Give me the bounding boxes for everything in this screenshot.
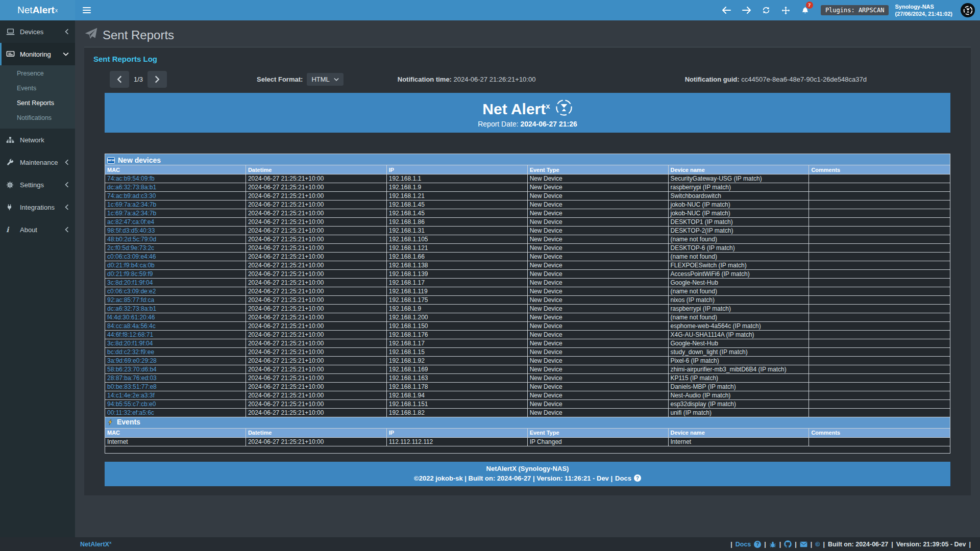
page-footer: NetAlertXx | Docs ? | | | | © | Built on… bbox=[0, 537, 980, 551]
next-page-button[interactable] bbox=[148, 71, 167, 88]
empty-row bbox=[105, 446, 950, 453]
sidebar-item-integrations[interactable]: Integrations bbox=[0, 196, 75, 218]
question-circle-icon[interactable]: ? bbox=[634, 474, 641, 482]
footer-version: Version: 21:39:05 - Dev bbox=[896, 541, 966, 548]
mac-cell[interactable]: c0:06:c3:09:de:e2 bbox=[105, 287, 246, 296]
notifications-bell-icon[interactable]: 7 bbox=[796, 0, 815, 20]
comments-cell bbox=[809, 287, 950, 296]
sidebar-item-settings[interactable]: Settings bbox=[0, 173, 75, 196]
comments-cell bbox=[809, 296, 950, 305]
brand-logo[interactable]: NetAlertx bbox=[0, 0, 75, 20]
bug-report-icon[interactable] bbox=[769, 541, 776, 548]
mac-cell[interactable]: dc:a6:32:73:8a:b1 bbox=[105, 305, 246, 313]
mac-cell[interactable]: 58:b6:23:70:d6:b4 bbox=[105, 365, 246, 374]
mac-cell[interactable]: 74:ac:b9:54:09:fb bbox=[105, 174, 246, 183]
mac-cell[interactable]: 1c:69:7a:a2:34:7b bbox=[105, 209, 246, 218]
table-row: d0:21:f9:8c:59:f92024-06-27 21:25:21+10:… bbox=[105, 270, 950, 279]
table-row: 74:ac:b9:54:09:fb2024-06-27 21:25:21+10:… bbox=[105, 174, 950, 183]
sidebar-item-events[interactable]: Events bbox=[0, 81, 75, 96]
mac-cell[interactable]: 1c:69:7a:a2:34:7b bbox=[105, 201, 246, 209]
device-name-cell: Pixel-6 (IP match) bbox=[668, 357, 809, 365]
mac-cell[interactable]: f4:4d:30:61:20:46 bbox=[105, 313, 246, 322]
mac-cell[interactable]: 00:11:32:ef:a5:6c bbox=[105, 409, 246, 417]
mac-cell[interactable]: c0:06:c3:09:e4:46 bbox=[105, 253, 246, 261]
sidebar-item-network[interactable]: Network bbox=[0, 129, 75, 151]
mac-cell[interactable]: 3c:8d:20:f1:9f:04 bbox=[105, 279, 246, 287]
events-section-header: Events bbox=[105, 417, 950, 429]
avatar[interactable] bbox=[961, 3, 975, 17]
mac-cell[interactable]: 92:ac:85:77:fd:ca bbox=[105, 296, 246, 305]
copyright-icon[interactable]: © bbox=[815, 541, 820, 548]
event-type-cell: New Device bbox=[527, 365, 668, 374]
github-icon[interactable] bbox=[784, 540, 792, 548]
comments-cell bbox=[809, 174, 950, 183]
datetime-cell: 2024-06-27 21:25:21+10:00 bbox=[246, 409, 386, 417]
table-row: 48:b0:2d:5c:79:0d2024-06-27 21:25:21+10:… bbox=[105, 235, 950, 244]
previous-page-button[interactable] bbox=[110, 71, 129, 88]
comments-cell bbox=[809, 270, 950, 279]
mac-cell[interactable]: dc:a6:32:73:8a:b1 bbox=[105, 183, 246, 192]
mac-cell[interactable]: b0:be:83:51:77:e8 bbox=[105, 383, 246, 391]
ip-cell: 192.168.1.175 bbox=[386, 296, 527, 305]
mac-cell[interactable]: 84:cc:a8:4a:56:4c bbox=[105, 322, 246, 331]
mac-cell[interactable]: bc:dd:c2:32:f9:ee bbox=[105, 348, 246, 357]
mac-cell[interactable]: 2c:f0:5d:9e:73:2c bbox=[105, 244, 246, 253]
sidebar-item-sent-reports[interactable]: Sent Reports bbox=[0, 96, 75, 111]
event-type-cell: New Device bbox=[527, 209, 668, 218]
mac-cell[interactable]: d0:21:f9:b4:ca:0b bbox=[105, 261, 246, 270]
host-info: Synology-NAS (27/06/2024, 21:41:02) bbox=[895, 3, 952, 17]
datetime-cell: 2024-06-27 21:25:21+10:00 bbox=[246, 261, 386, 270]
ip-cell: 192.168.1.200 bbox=[386, 313, 527, 322]
sidebar-toggle-button[interactable] bbox=[75, 0, 99, 20]
sidebar-item-monitoring[interactable]: Monitoring bbox=[0, 43, 75, 65]
sidebar-item-maintenance[interactable]: Maintenance bbox=[0, 151, 75, 173]
back-arrow-icon[interactable] bbox=[717, 0, 737, 20]
format-value: HTML bbox=[311, 76, 329, 83]
mac-cell[interactable]: 48:b0:2d:5c:79:0d bbox=[105, 235, 246, 244]
sidebar-item-devices[interactable]: Devices bbox=[0, 20, 75, 43]
mac-cell[interactable]: 74:ac:b9:ad:c3:30 bbox=[105, 192, 246, 201]
monitoring-chart-icon bbox=[6, 51, 16, 58]
ip-cell: 192.168.1.176 bbox=[386, 331, 527, 339]
event-type-cell: New Device bbox=[527, 201, 668, 209]
report-spacer bbox=[105, 454, 950, 462]
sidebar-item-label: Settings bbox=[20, 181, 44, 189]
footer-brand-link[interactable]: NetAlertXx bbox=[80, 540, 111, 548]
mac-cell[interactable]: 98:5f:d3:d5:40:33 bbox=[105, 227, 246, 235]
plugins-badge[interactable]: Plugins: ARPSCAN bbox=[821, 5, 889, 15]
event-type-cell: New Device bbox=[527, 348, 668, 357]
comments-cell bbox=[809, 244, 950, 253]
report-docs-link[interactable]: Docs bbox=[615, 474, 631, 482]
plug-icon bbox=[6, 204, 16, 211]
move-icon[interactable] bbox=[776, 0, 796, 20]
table-row: 2c:f0:5d:9e:73:2c2024-06-27 21:25:21+10:… bbox=[105, 244, 950, 253]
mac-cell[interactable]: 14:c1:4e:2e:a3:3f bbox=[105, 391, 246, 400]
mac-cell[interactable]: 3c:8d:20:f1:9f:04 bbox=[105, 339, 246, 348]
info-icon: i bbox=[6, 226, 16, 234]
forward-arrow-icon[interactable] bbox=[737, 0, 756, 20]
sidebar-item-presence[interactable]: Presence bbox=[0, 66, 75, 81]
format-select[interactable]: HTML bbox=[307, 73, 343, 86]
email-icon[interactable] bbox=[800, 541, 807, 547]
mac-cell[interactable]: ac:82:47:ca:0f:e4 bbox=[105, 218, 246, 227]
mac-cell[interactable]: d0:21:f9:8c:59:f9 bbox=[105, 270, 246, 279]
datetime-cell: 2024-06-27 21:25:21+10:00 bbox=[246, 322, 386, 331]
sidebar-item-about[interactable]: i About bbox=[0, 218, 75, 241]
event-type-cell: New Device bbox=[527, 357, 668, 365]
ip-cell: 112.112.112.112 bbox=[386, 437, 527, 446]
mac-cell[interactable]: 28:87:ba:76:ed:03 bbox=[105, 374, 246, 383]
chevron-left-icon bbox=[65, 159, 69, 165]
sitemap-icon bbox=[6, 136, 16, 144]
datetime-cell: 2024-06-27 21:25:21+10:00 bbox=[246, 296, 386, 305]
question-circle-icon[interactable]: ? bbox=[754, 541, 761, 548]
sent-reports-log-link[interactable]: Sent Reports Log bbox=[93, 55, 157, 63]
mac-cell[interactable]: 3a:9d:69:e0:29:28 bbox=[105, 357, 246, 365]
column-header-device-name: Device name bbox=[668, 165, 809, 174]
comments-cell bbox=[809, 261, 950, 270]
mac-cell[interactable]: 44:6f:f8:12:68:71 bbox=[105, 331, 246, 339]
report-table: NEWNew devices MAC Datetime IP Event Typ… bbox=[105, 154, 950, 454]
docs-link[interactable]: Docs bbox=[736, 541, 751, 548]
sidebar-item-notifications[interactable]: Notifications bbox=[0, 111, 75, 126]
mac-cell[interactable]: 94:b5:55:c7:cb:e0 bbox=[105, 400, 246, 409]
refresh-icon[interactable] bbox=[756, 0, 776, 20]
